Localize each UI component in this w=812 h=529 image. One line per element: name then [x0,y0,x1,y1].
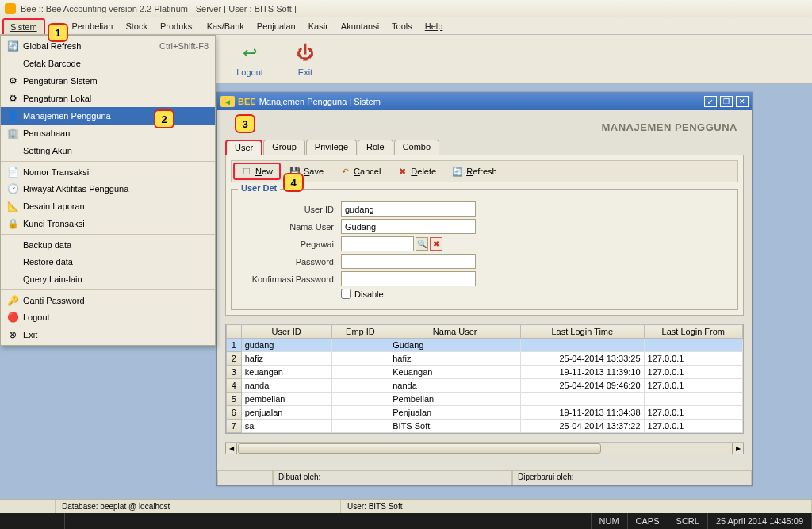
menuitem-riwayat-aktifitas-pengguna[interactable]: 🕑Riwayat Aktifitas Pengguna [1,180,215,197]
password-label: Password: [239,257,341,266]
userid-input[interactable] [341,201,476,217]
delete-button[interactable]: ✖Delete [389,163,443,179]
menuitem-manajemen-pengguna[interactable]: 👤Manajemen Pengguna [1,107,215,125]
window-title: Bee :: Bee Accounting version 2.2 Platin… [21,4,297,13]
menuitem-global-refresh[interactable]: 🔄Global RefreshCtrl+Shift-F8 [1,37,215,55]
menuitem-exit[interactable]: ⊗Exit [1,326,215,343]
minimize-icon[interactable]: ↙ [704,96,717,107]
status-scrl: SCRL [668,513,708,529]
menu-akuntansi[interactable]: Akuntansi [335,19,385,33]
namauser-input[interactable] [341,219,476,234]
pegawai-input[interactable] [341,236,414,251]
user-management-window: ◄ BEE Manajemen Pengguna | Sistem ↙ ❐ ✕ … [216,92,753,486]
col-num[interactable] [227,325,242,339]
page-title: MANAJEMEN PENGGUNA [217,110,752,140]
menu-bar: Sistem er Pembelian Stock Produksi Kas/B… [0,17,812,35]
toolbar-logout[interactable]: ↩Logout [222,36,278,82]
cancel-button[interactable]: ↶Cancel [332,163,388,179]
tab-user[interactable]: User [225,140,262,155]
menuitem-nomor-transaksi[interactable]: 📄Nomor Transaksi [1,161,215,180]
userid-label: User ID: [239,205,341,214]
app-icon [5,3,16,14]
col-emp-id[interactable]: Emp ID [331,325,389,339]
cancel-icon: ↶ [339,166,350,177]
password-input[interactable] [341,254,476,269]
user-grid[interactable]: User IDEmp IDNama UserLast Login TimeLas… [225,324,744,434]
horizontal-scrollbar[interactable]: ◀ ▶ [225,442,744,454]
konfirmasi-password-input[interactable] [341,271,476,286]
disable-label: Disable [354,289,384,299]
table-row[interactable]: 2hafizhafiz25-04-2014 13:33:25127.0.0.1 [227,352,743,366]
menuitem-kunci-transaksi[interactable]: 🔒Kunci Transaksi [1,215,215,232]
konfirm-label: Konfirmasi Password: [239,274,341,284]
menuitem-ganti-password[interactable]: 🔑Ganti Password [1,289,215,309]
os-taskbar: NUM CAPS SCRL 25 April 2014 14:45:09 [0,513,812,529]
scroll-right-icon[interactable]: ▶ [732,443,744,454]
col-nama-user[interactable]: Nama User [389,325,521,339]
menu-sistem[interactable]: Sistem [2,18,45,34]
menu-tools[interactable]: Tools [385,19,419,33]
status-caps: CAPS [628,513,668,529]
maximize-icon[interactable]: ❐ [720,96,733,107]
menuitem-perusahaan[interactable]: 🏢Perusahaan [1,125,215,142]
table-row[interactable]: 6penjualanPenjualan19-11-2013 11:34:3812… [227,406,743,420]
clear-pegawai-icon[interactable]: ✖ [430,237,442,251]
table-row[interactable]: 3keuanganKeuangan19-11-2013 11:39:10127.… [227,366,743,379]
dibuat-label: Dibuat oleh: [273,470,512,485]
col-last-login-from[interactable]: Last Login From [644,325,742,339]
fieldset-legend: User Det [238,183,280,193]
col-user-id[interactable]: User ID [241,325,331,339]
subwindow-titlebar: ◄ BEE Manajemen Pengguna | Sistem ↙ ❐ ✕ [217,93,752,110]
menuitem-restore-data[interactable]: Restore data [1,253,215,270]
search-pegawai-icon[interactable]: 🔍 [416,237,428,251]
menuitem-cetak-barcode[interactable]: Cetak Barcode [1,55,215,72]
menu-pembelian[interactable]: Pembelian [65,19,119,33]
app-statusbar: Database: beeplat @ localhost User: BITS… [0,499,812,513]
bee-logo: BEE [238,97,256,106]
status-user: User: BITS Soft [341,500,812,513]
title-bar: Bee :: Bee Accounting version 2.2 Platin… [0,0,812,17]
menuitem-desain-laporan[interactable]: 📐Desain Laporan [1,197,215,215]
tab-privilege[interactable]: Privilege [306,140,357,155]
menu-penjualan[interactable]: Penjualan [251,19,302,33]
scroll-thumb[interactable] [238,443,601,454]
subwindow-title: Manajemen Pengguna | Sistem [259,97,704,106]
table-row[interactable]: 7saBITS Soft25-04-2014 13:37:22127.0.0.1 [227,420,743,433]
scroll-left-icon[interactable]: ◀ [225,443,237,454]
callout-2: 2 [154,109,174,128]
menuitem-backup-data[interactable]: Backup data [1,234,215,253]
col-last-login-time[interactable]: Last Login Time [521,325,644,339]
new-button[interactable]: ☐New [233,163,281,180]
menuitem-logout[interactable]: 🔴Logout [1,309,215,326]
menuitem-query-lain-lain[interactable]: Query Lain-lain [1,270,215,288]
status-num: NUM [592,513,628,529]
disable-checkbox[interactable] [341,289,351,299]
menu-kasbank[interactable]: Kas/Bank [201,19,251,33]
toolbar-logout-icon: ↩ [238,41,262,65]
menuitem-pengaturan-sistem[interactable]: ⚙Pengaturan Sistem [1,72,215,90]
callout-3: 3 [235,114,255,133]
menu-stock[interactable]: Stock [119,19,154,33]
tab-bar: UserGroupPrivilegeRoleCombo [225,140,744,155]
back-icon[interactable]: ◄ [220,96,235,107]
toolbar-exit-icon: ⏻ [293,41,317,65]
table-row[interactable]: 4nandananda25-04-2014 09:46:20127.0.0.1 [227,379,743,393]
status-db: Database: beeplat @ localhost [56,500,341,513]
refresh-button[interactable]: 🔄Refresh [445,163,504,179]
status-datetime: 25 April 2014 14:45:09 [708,513,812,529]
tab-role[interactable]: Role [358,140,393,155]
table-row[interactable]: 1gudangGudang [227,339,743,352]
tab-combo[interactable]: Combo [394,140,439,155]
callout-4: 4 [283,173,304,192]
refresh-icon: 🔄 [452,166,463,177]
toolbar-exit[interactable]: ⏻Exit [278,36,333,82]
table-row[interactable]: 5pembelianPembelian [227,393,743,406]
menuitem-setting-akun[interactable]: Setting Akun [1,142,215,159]
close-icon[interactable]: ✕ [736,96,749,107]
tab-group[interactable]: Group [263,140,305,155]
menu-produksi[interactable]: Produksi [154,19,201,33]
menuitem-pengaturan-lokal[interactable]: ⚙Pengaturan Lokal [1,90,215,107]
menu-help[interactable]: Help [419,19,450,33]
callout-1: 1 [48,23,68,42]
menu-kasir[interactable]: Kasir [302,19,335,33]
